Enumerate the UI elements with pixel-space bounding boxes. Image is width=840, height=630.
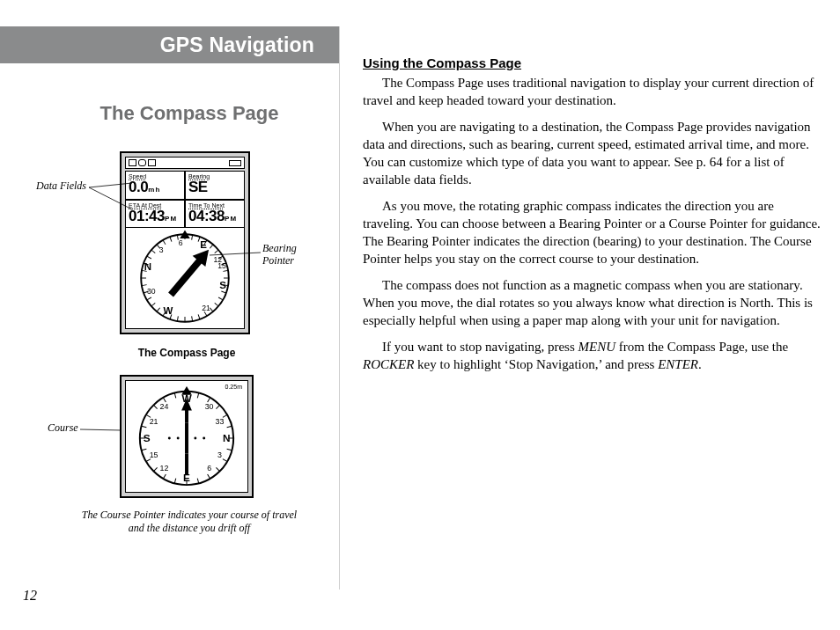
data-field-ttn: Time To Next 04:38P M (185, 200, 245, 229)
figure2-caption: The Course Pointer indicates your course… (74, 509, 305, 535)
svg-marker-76 (181, 386, 192, 395)
compass-tick-6: 6 (179, 238, 183, 247)
figure1-caption: The Compass Page (116, 347, 257, 359)
paragraph-5: If you want to stop navigating, press ME… (363, 338, 821, 373)
content-heading: Using the Compass Page (363, 55, 821, 72)
manual-page: GPS Navigation The Compass Page Speed 0.… (0, 0, 840, 630)
compass-s: S (219, 280, 226, 290)
data-field-speed: Speed 0.0m h (125, 171, 185, 200)
status-bar (125, 157, 245, 169)
chapter-header-bar: GPS Navigation (0, 26, 339, 63)
key-rocker: ROCKER (363, 357, 414, 371)
svg-rect-74 (185, 422, 188, 453)
paragraph-3: As you move, the rotating graphic compas… (363, 197, 821, 267)
paragraph-1: The Compass Page uses traditional naviga… (363, 74, 821, 109)
paragraph-4: The compass does not function as a magne… (363, 276, 821, 329)
compass-tick-15: 15 (217, 261, 226, 270)
compass2-tick-24: 24 (159, 402, 168, 411)
compass-display: E S W N 6 3 30 12 15 21 (125, 227, 245, 329)
compass2-tick-30: 30 (205, 402, 214, 411)
lock-icon (148, 159, 156, 166)
eta-unit: P M (165, 215, 176, 223)
compass-e: E (200, 240, 207, 251)
compass2-tick-6: 6 (207, 464, 211, 472)
eta-value: 01:43 (129, 208, 165, 224)
compass-n: N (144, 261, 151, 272)
key-menu: MENU (578, 340, 615, 354)
compass2-svg: W N E S 24 21 15 12 30 33 3 6 (126, 381, 247, 492)
page-number: 12 (23, 588, 37, 604)
signal-icon (138, 159, 146, 166)
compass-svg: E S W N 6 3 30 12 15 21 (126, 228, 244, 328)
section-title: The Compass Page (79, 102, 299, 125)
compass2-n: N (223, 432, 231, 444)
svg-rect-75 (185, 454, 188, 475)
compass-tick-3: 3 (159, 245, 164, 254)
device-screen: Speed 0.0m h Bearing SE ETA At Dest 01:4… (120, 151, 250, 334)
svg-point-70 (177, 436, 180, 439)
compass2-tick-33: 33 (215, 417, 224, 426)
data-field-eta: ETA At Dest 01:43P M (125, 200, 185, 229)
callout-data-fields: Data Fields (36, 179, 86, 193)
svg-point-38 (182, 275, 188, 281)
compass-tick-21: 21 (202, 304, 210, 312)
speed-value: 0.0 (129, 179, 148, 195)
ttn-value: 04:38 (188, 208, 225, 224)
vertical-divider (339, 26, 340, 590)
speed-unit: m h (148, 186, 159, 194)
compass2-s: S (144, 432, 151, 444)
chapter-title: GPS Navigation (160, 33, 314, 57)
data-field-bearing: Bearing SE (185, 171, 245, 200)
compass-w: W (163, 305, 173, 316)
compass-tick-30: 30 (147, 287, 156, 296)
svg-point-71 (194, 436, 196, 439)
data-fields-grid: Speed 0.0m h Bearing SE ETA At Dest 01:4… (125, 171, 245, 225)
compass2-tick-12: 12 (159, 464, 168, 472)
status-icons (129, 159, 156, 166)
body-text: Using the Compass Page The Compass Page … (363, 55, 821, 382)
figure-course-pointer: 0.25m W N E S 24 21 15 12 30 (120, 375, 254, 498)
ttn-unit: P M (225, 215, 236, 223)
svg-point-69 (168, 436, 171, 439)
compass2-tick-21: 21 (150, 417, 158, 426)
callout-course: Course (48, 421, 78, 435)
paragraph-2: When you are navigating to a destination… (363, 118, 821, 188)
svg-point-72 (203, 436, 205, 439)
figure-compass-page: Speed 0.0m h Bearing SE ETA At Dest 01:4… (120, 151, 254, 341)
compass2-tick-3: 3 (217, 451, 222, 459)
satellite-icon (129, 159, 136, 166)
compass-scale: 0.25m (225, 384, 242, 390)
compass2-tick-15: 15 (150, 451, 158, 459)
bearing-value: SE (188, 179, 241, 195)
callout-bearing-pointer: Bearing Pointer (262, 242, 315, 267)
key-enter: ENTER (658, 357, 698, 371)
battery-icon (229, 160, 241, 166)
